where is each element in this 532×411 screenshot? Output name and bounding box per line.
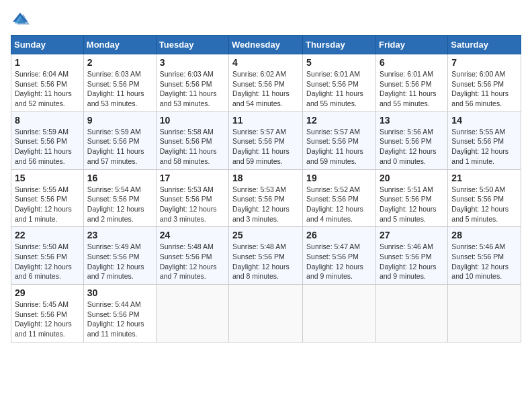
day-number: 13: [380, 115, 444, 126]
logo: [11, 11, 32, 30]
day-number: 20: [380, 173, 444, 183]
weekday-header-row: SundayMondayTuesdayWednesdayThursdayFrid…: [11, 36, 521, 54]
day-info: Sunrise: 6:01 AM Sunset: 5:56 PM Dayligh…: [306, 69, 372, 109]
day-number: 9: [87, 115, 152, 126]
day-info: Sunrise: 5:59 AM Sunset: 5:56 PM Dayligh…: [15, 127, 80, 167]
week-row-4: 22 Sunrise: 5:50 AM Sunset: 5:56 PM Dayl…: [11, 227, 521, 285]
day-info: Sunrise: 5:47 AM Sunset: 5:56 PM Dayligh…: [306, 242, 372, 281]
calendar-cell: 6 Sunrise: 6:01 AM Sunset: 5:56 PM Dayli…: [375, 54, 447, 112]
calendar-cell: [375, 285, 447, 342]
day-info: Sunrise: 6:00 AM Sunset: 5:56 PM Dayligh…: [451, 69, 517, 109]
day-number: 1: [15, 57, 80, 68]
day-info: Sunrise: 5:55 AM Sunset: 5:56 PM Dayligh…: [15, 185, 80, 224]
calendar-cell: 18 Sunrise: 5:53 AM Sunset: 5:56 PM Dayl…: [229, 169, 303, 227]
calendar-cell: 5 Sunrise: 6:01 AM Sunset: 5:56 PM Dayli…: [303, 54, 376, 112]
day-info: Sunrise: 5:46 AM Sunset: 5:56 PM Dayligh…: [380, 242, 444, 281]
calendar-cell: 11 Sunrise: 5:57 AM Sunset: 5:56 PM Dayl…: [229, 111, 303, 169]
day-info: Sunrise: 6:03 AM Sunset: 5:56 PM Dayligh…: [87, 69, 152, 109]
day-number: 24: [160, 230, 225, 240]
calendar-cell: 2 Sunrise: 6:03 AM Sunset: 5:56 PM Dayli…: [83, 54, 156, 112]
calendar-cell: 25 Sunrise: 5:48 AM Sunset: 5:56 PM Dayl…: [229, 227, 303, 285]
week-row-5: 29 Sunrise: 5:45 AM Sunset: 5:56 PM Dayl…: [11, 285, 521, 342]
day-info: Sunrise: 5:45 AM Sunset: 5:56 PM Dayligh…: [15, 300, 80, 339]
calendar-cell: 28 Sunrise: 5:46 AM Sunset: 5:56 PM Dayl…: [448, 227, 521, 285]
weekday-tuesday: Tuesday: [156, 36, 228, 54]
calendar-cell: 29 Sunrise: 5:45 AM Sunset: 5:56 PM Dayl…: [11, 285, 84, 342]
day-number: 14: [451, 115, 517, 126]
weekday-sunday: Sunday: [11, 36, 84, 54]
day-info: Sunrise: 5:53 AM Sunset: 5:56 PM Dayligh…: [160, 185, 225, 224]
weekday-friday: Friday: [375, 36, 447, 54]
calendar-cell: 23 Sunrise: 5:49 AM Sunset: 5:56 PM Dayl…: [83, 227, 156, 285]
day-info: Sunrise: 5:50 AM Sunset: 5:56 PM Dayligh…: [15, 242, 80, 281]
day-number: 11: [232, 115, 299, 126]
logo-icon: [11, 11, 30, 30]
day-number: 6: [380, 57, 444, 68]
day-number: 28: [451, 230, 517, 240]
calendar-cell: 19 Sunrise: 5:52 AM Sunset: 5:56 PM Dayl…: [303, 169, 376, 227]
day-info: Sunrise: 5:52 AM Sunset: 5:56 PM Dayligh…: [306, 185, 372, 224]
day-number: 22: [15, 230, 80, 240]
calendar-cell: 15 Sunrise: 5:55 AM Sunset: 5:56 PM Dayl…: [11, 169, 84, 227]
day-info: Sunrise: 5:44 AM Sunset: 5:56 PM Dayligh…: [87, 300, 152, 339]
day-info: Sunrise: 5:48 AM Sunset: 5:56 PM Dayligh…: [160, 242, 225, 281]
day-info: Sunrise: 5:56 AM Sunset: 5:56 PM Dayligh…: [380, 127, 444, 167]
calendar-cell: 17 Sunrise: 5:53 AM Sunset: 5:56 PM Dayl…: [156, 169, 228, 227]
day-info: Sunrise: 6:03 AM Sunset: 5:56 PM Dayligh…: [160, 69, 225, 109]
day-info: Sunrise: 5:57 AM Sunset: 5:56 PM Dayligh…: [232, 127, 299, 167]
day-number: 16: [87, 173, 152, 183]
day-number: 7: [451, 57, 517, 68]
day-number: 23: [87, 230, 152, 240]
calendar-cell: [303, 285, 376, 342]
day-info: Sunrise: 5:57 AM Sunset: 5:56 PM Dayligh…: [306, 127, 372, 167]
day-info: Sunrise: 5:48 AM Sunset: 5:56 PM Dayligh…: [232, 242, 299, 281]
day-info: Sunrise: 5:49 AM Sunset: 5:56 PM Dayligh…: [87, 242, 152, 281]
calendar-cell: 9 Sunrise: 5:59 AM Sunset: 5:56 PM Dayli…: [83, 111, 156, 169]
day-number: 26: [306, 230, 372, 240]
calendar-table: SundayMondayTuesdayWednesdayThursdayFrid…: [11, 35, 521, 342]
page-header: [11, 11, 521, 30]
calendar-cell: 16 Sunrise: 5:54 AM Sunset: 5:56 PM Dayl…: [83, 169, 156, 227]
day-info: Sunrise: 6:04 AM Sunset: 5:56 PM Dayligh…: [15, 69, 80, 109]
day-info: Sunrise: 5:46 AM Sunset: 5:56 PM Dayligh…: [451, 242, 517, 281]
day-number: 19: [306, 173, 372, 183]
day-number: 21: [451, 173, 517, 183]
calendar-cell: 26 Sunrise: 5:47 AM Sunset: 5:56 PM Dayl…: [303, 227, 376, 285]
calendar-cell: 12 Sunrise: 5:57 AM Sunset: 5:56 PM Dayl…: [303, 111, 376, 169]
calendar-cell: [448, 285, 521, 342]
day-number: 15: [15, 173, 80, 183]
day-info: Sunrise: 5:51 AM Sunset: 5:56 PM Dayligh…: [380, 185, 444, 224]
calendar-cell: 22 Sunrise: 5:50 AM Sunset: 5:56 PM Dayl…: [11, 227, 84, 285]
calendar-cell: 24 Sunrise: 5:48 AM Sunset: 5:56 PM Dayl…: [156, 227, 228, 285]
calendar-cell: [156, 285, 228, 342]
week-row-1: 1 Sunrise: 6:04 AM Sunset: 5:56 PM Dayli…: [11, 54, 521, 112]
calendar-cell: 30 Sunrise: 5:44 AM Sunset: 5:56 PM Dayl…: [83, 285, 156, 342]
calendar-cell: 4 Sunrise: 6:02 AM Sunset: 5:56 PM Dayli…: [229, 54, 303, 112]
day-info: Sunrise: 5:53 AM Sunset: 5:56 PM Dayligh…: [232, 185, 299, 224]
day-info: Sunrise: 6:01 AM Sunset: 5:56 PM Dayligh…: [380, 69, 444, 109]
weekday-thursday: Thursday: [303, 36, 376, 54]
weekday-saturday: Saturday: [448, 36, 521, 54]
day-number: 3: [160, 57, 225, 68]
day-number: 30: [87, 287, 152, 298]
weekday-monday: Monday: [83, 36, 156, 54]
day-number: 27: [380, 230, 444, 240]
day-info: Sunrise: 5:50 AM Sunset: 5:56 PM Dayligh…: [451, 185, 517, 224]
calendar-cell: [229, 285, 303, 342]
day-info: Sunrise: 5:59 AM Sunset: 5:56 PM Dayligh…: [87, 127, 152, 167]
day-number: 10: [160, 115, 225, 126]
day-number: 8: [15, 115, 80, 126]
calendar-body: 1 Sunrise: 6:04 AM Sunset: 5:56 PM Dayli…: [11, 54, 521, 342]
day-number: 25: [232, 230, 299, 240]
day-number: 5: [306, 57, 372, 68]
calendar-cell: 13 Sunrise: 5:56 AM Sunset: 5:56 PM Dayl…: [375, 111, 447, 169]
calendar-cell: 20 Sunrise: 5:51 AM Sunset: 5:56 PM Dayl…: [375, 169, 447, 227]
day-number: 17: [160, 173, 225, 183]
calendar-cell: 3 Sunrise: 6:03 AM Sunset: 5:56 PM Dayli…: [156, 54, 228, 112]
week-row-2: 8 Sunrise: 5:59 AM Sunset: 5:56 PM Dayli…: [11, 111, 521, 169]
day-number: 2: [87, 57, 152, 68]
weekday-wednesday: Wednesday: [229, 36, 303, 54]
day-info: Sunrise: 5:55 AM Sunset: 5:56 PM Dayligh…: [451, 127, 517, 167]
calendar-cell: 14 Sunrise: 5:55 AM Sunset: 5:56 PM Dayl…: [448, 111, 521, 169]
calendar-cell: 7 Sunrise: 6:00 AM Sunset: 5:56 PM Dayli…: [448, 54, 521, 112]
